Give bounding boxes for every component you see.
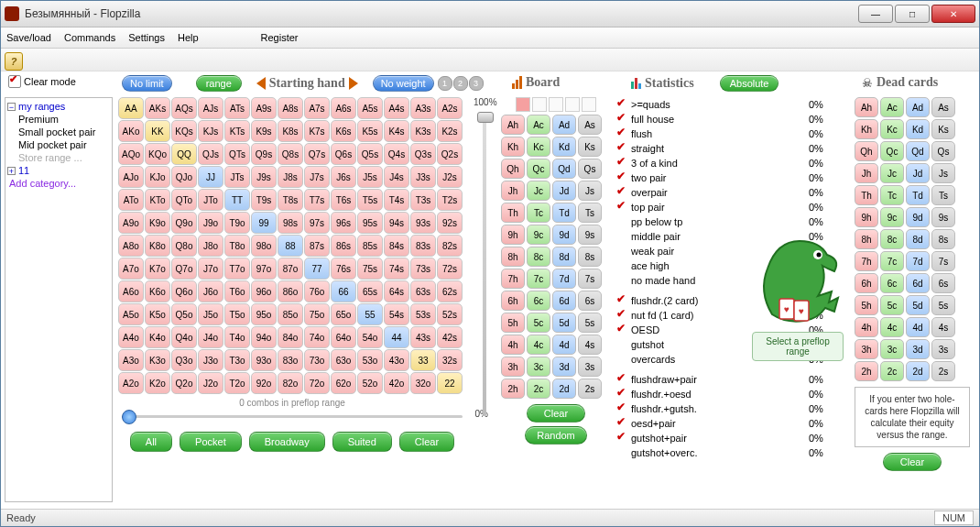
card-button[interactable]: 6d (552, 291, 576, 311)
card-button[interactable]: 9c (527, 225, 550, 245)
card-button[interactable]: 8c (880, 229, 904, 249)
minimize-button[interactable]: — (858, 5, 893, 23)
hand-cell[interactable]: JTo (198, 189, 223, 211)
card-button[interactable]: 9s (931, 207, 955, 227)
menu-help[interactable]: Help (178, 32, 199, 43)
hand-cell[interactable]: T7o (224, 258, 250, 280)
tree-item-premium[interactable]: Premium (7, 113, 110, 126)
hand-cell[interactable]: 66 (331, 280, 356, 302)
hand-cell[interactable]: 88 (278, 235, 303, 257)
hand-cell[interactable]: 94o (251, 326, 277, 348)
board-slot[interactable] (549, 97, 563, 112)
hand-cell[interactable]: 64s (384, 280, 409, 302)
hand-cell[interactable]: T8s (278, 189, 303, 211)
hand-cell[interactable]: A6s (331, 97, 356, 119)
hand-cell[interactable]: 75o (304, 303, 330, 325)
hand-cell[interactable]: 98o (251, 235, 277, 257)
hand-cell[interactable]: K3s (410, 120, 436, 142)
hand-cell[interactable]: A4o (118, 326, 144, 348)
hand-cell[interactable]: 65o (331, 303, 356, 325)
clear-range-button[interactable]: Clear (399, 432, 454, 452)
hand-cell[interactable]: A6o (118, 280, 144, 302)
card-button[interactable]: 7s (578, 269, 602, 289)
hand-cell[interactable]: J9o (198, 212, 223, 234)
hand-cell[interactable]: 95o (251, 303, 277, 325)
hand-cell[interactable]: 94s (384, 212, 409, 234)
card-button[interactable]: 7d (906, 251, 930, 271)
stat-row[interactable]: overpair0% (616, 185, 836, 200)
hand-cell[interactable]: QTs (224, 143, 250, 165)
card-button[interactable]: Ad (906, 97, 930, 117)
hand-cell[interactable]: 52o (357, 372, 383, 394)
hand-cell[interactable]: 53s (410, 303, 436, 325)
hand-cell[interactable]: A3o (118, 349, 144, 371)
hand-cell[interactable]: 99 (251, 212, 277, 234)
card-button[interactable]: Ac (880, 97, 904, 117)
card-button[interactable]: Ah (501, 115, 525, 135)
no-weight-button[interactable]: No weight (373, 75, 434, 92)
maximize-button[interactable]: □ (895, 5, 930, 23)
card-button[interactable]: 3s (931, 339, 955, 359)
board-slot[interactable] (582, 97, 596, 112)
broadway-button[interactable]: Broadway (249, 432, 325, 452)
card-button[interactable]: Ts (931, 185, 955, 205)
card-button[interactable]: 9h (855, 207, 878, 227)
hand-cell[interactable]: QTo (171, 189, 197, 211)
hand-cell[interactable]: 65s (357, 280, 383, 302)
card-button[interactable]: 3d (906, 339, 930, 359)
card-button[interactable]: Qs (931, 141, 955, 161)
card-button[interactable]: Kh (501, 137, 525, 157)
card-button[interactable]: 8d (906, 229, 930, 249)
pocket-button[interactable]: Pocket (180, 432, 242, 452)
card-button[interactable]: 6c (880, 273, 904, 293)
hand-cell[interactable]: 32s (437, 349, 463, 371)
hand-cell[interactable]: JJ (198, 166, 223, 188)
card-button[interactable]: 7c (880, 251, 904, 271)
card-button[interactable]: Kc (880, 119, 904, 139)
hand-cell[interactable]: J6s (331, 166, 356, 188)
hand-cell[interactable]: K4s (384, 120, 409, 142)
card-button[interactable]: 6h (501, 291, 525, 311)
hand-cell[interactable]: T4s (384, 189, 409, 211)
hand-cell[interactable]: J3s (410, 166, 436, 188)
hand-cell[interactable]: 74s (384, 258, 409, 280)
hand-cell[interactable]: K7s (304, 120, 330, 142)
hand-cell[interactable]: 54o (357, 326, 383, 348)
card-button[interactable]: Jd (552, 181, 576, 201)
card-button[interactable]: 5s (931, 295, 955, 315)
hand-cell[interactable]: 87s (304, 235, 330, 257)
hand-cell[interactable]: J6o (198, 280, 223, 302)
card-button[interactable]: 6c (527, 291, 550, 311)
hand-cell[interactable]: QJo (171, 166, 197, 188)
range-slider[interactable]: 0% (122, 410, 463, 423)
tree-root-11[interactable]: 11 (7, 164, 110, 177)
stat-row[interactable]: 3 of a kind0% (616, 156, 836, 170)
card-button[interactable]: Tc (527, 203, 550, 223)
hand-cell[interactable]: 72s (437, 258, 463, 280)
hand-cell[interactable]: K5s (357, 120, 383, 142)
card-button[interactable]: Qh (855, 141, 878, 161)
card-button[interactable]: Qd (906, 141, 930, 161)
hand-cell[interactable]: Q8s (278, 143, 303, 165)
hand-cell[interactable]: 97s (304, 212, 330, 234)
card-button[interactable]: Th (501, 203, 525, 223)
card-button[interactable]: Kc (527, 137, 550, 157)
hand-cell[interactable]: Q6o (171, 280, 197, 302)
card-button[interactable]: 5c (880, 295, 904, 315)
card-button[interactable]: Jh (855, 163, 878, 183)
card-button[interactable]: 9d (552, 225, 576, 245)
tree-store-range[interactable]: Store range ... (7, 151, 110, 164)
hand-cell[interactable]: 55 (357, 303, 383, 325)
stat-row[interactable]: flushdraw+pair0% (616, 372, 836, 387)
hand-cell[interactable]: K2o (145, 372, 170, 394)
hand-cell[interactable]: 97o (251, 258, 277, 280)
hand-cell[interactable]: K7o (145, 258, 170, 280)
hand-cell[interactable]: KJo (145, 166, 170, 188)
card-button[interactable]: 5h (855, 295, 878, 315)
hand-cell[interactable]: A4s (384, 97, 409, 119)
card-button[interactable]: 8s (931, 229, 955, 249)
hand-cell[interactable]: K9o (145, 212, 170, 234)
hand-cell[interactable]: 96o (251, 280, 277, 302)
hand-cell[interactable]: 87o (278, 258, 303, 280)
hand-cell[interactable]: T2o (224, 372, 250, 394)
